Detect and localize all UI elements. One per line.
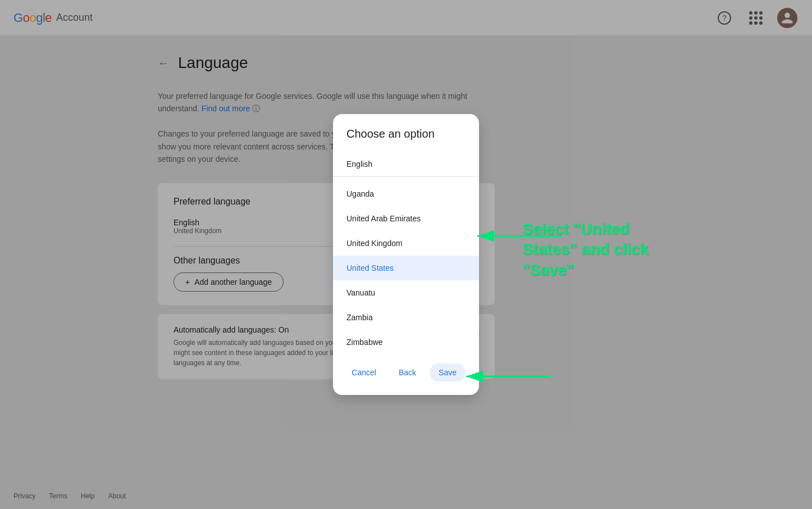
- modal-list-divider: [333, 176, 479, 177]
- modal-item-us[interactable]: United States: [333, 256, 479, 280]
- choose-option-modal: Choose an option English Uganda United A…: [333, 114, 479, 395]
- modal-item-zimbabwe[interactable]: Zimbabwe: [333, 330, 479, 355]
- modal-item-uae[interactable]: United Arab Emirates: [333, 206, 479, 231]
- modal-item-vanuatu[interactable]: Vanuatu: [333, 280, 479, 305]
- modal-item-uk[interactable]: United Kingdom: [333, 231, 479, 256]
- back-modal-button[interactable]: Back: [390, 363, 425, 381]
- modal-options-list: English Uganda United Arab Emirates Unit…: [333, 152, 479, 355]
- modal-item-zambia[interactable]: Zambia: [333, 305, 479, 330]
- save-button[interactable]: Save: [430, 363, 466, 381]
- cancel-button[interactable]: Cancel: [343, 363, 385, 381]
- modal-footer: Cancel Back Save: [333, 355, 479, 386]
- modal-item-uganda[interactable]: Uganda: [333, 181, 479, 206]
- modal-overlay[interactable]: Choose an option English Uganda United A…: [0, 0, 812, 509]
- modal-title: Choose an option: [333, 128, 479, 140]
- modal-item-english[interactable]: English: [333, 152, 479, 176]
